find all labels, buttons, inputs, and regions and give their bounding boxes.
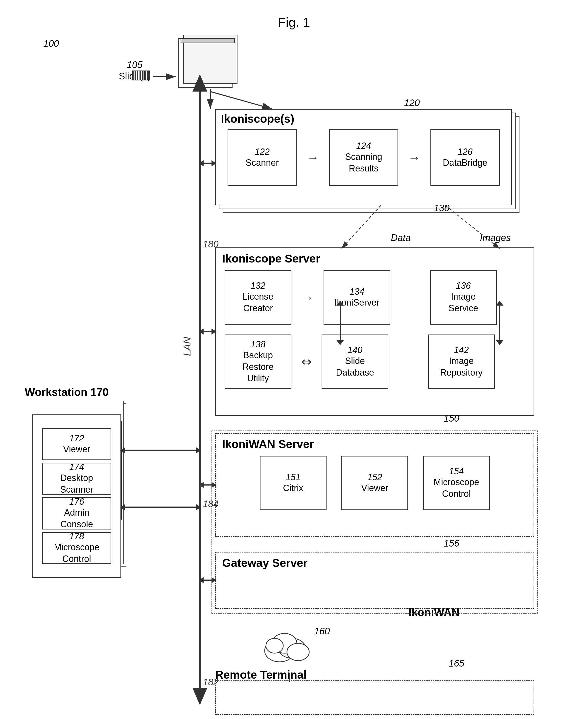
scanner-box: 122 Scanner (228, 129, 297, 186)
svg-marker-26 (198, 329, 204, 334)
svg-rect-2 (138, 71, 140, 80)
slide-database-box: 140 SlideDatabase (321, 334, 388, 389)
license-creator-box: 132 LicenseCreator (225, 270, 291, 325)
diagram: Fig. 1 100 105Slide(s) 110Cassette(s) 12… (0, 0, 588, 719)
ref-100-label: 100 (43, 38, 59, 49)
svg-point-10 (266, 638, 283, 653)
ref-138-label: BackupRestoreUtility (243, 350, 274, 384)
barcode-stripes (132, 70, 150, 80)
svg-marker-32 (198, 577, 204, 583)
workstation-section: Workstation 170 172 Viewer 174 DesktopSc… (25, 386, 114, 566)
ref-124-label: ScanningResults (345, 151, 382, 174)
ref-134-num: 134 (350, 287, 364, 297)
ref-174-num: 174 (69, 462, 84, 472)
ikoniscope-server-title: Ikoniscope Server (222, 252, 320, 265)
image-service-box: 136 ImageService (430, 270, 497, 325)
ref-124-num: 124 (356, 141, 371, 151)
ref-176-num: 176 (69, 497, 84, 507)
ref-178-num: 178 (69, 531, 84, 541)
svg-marker-29 (198, 482, 204, 488)
scanning-results-box: 124 ScanningResults (329, 129, 398, 186)
svg-rect-4 (144, 71, 144, 80)
svg-rect-3 (141, 71, 142, 80)
ref-165-label: 165 (449, 658, 464, 669)
cassette-box-top (181, 38, 235, 43)
ref-142-num: 142 (454, 345, 469, 355)
svg-text:LAN: LAN (182, 337, 192, 356)
ws-viewer-box: 172 Viewer (42, 428, 111, 460)
svg-point-9 (287, 643, 309, 661)
arrow-124-126: → (408, 150, 421, 165)
ref-126-label: DataBridge (443, 157, 487, 169)
ikoniscope-box: Ikoniscope(s) 122 Scanner → 124 Scanning… (215, 109, 512, 205)
ikoniwan-border (211, 431, 538, 614)
svg-rect-0 (133, 71, 134, 80)
cloud-shape (260, 623, 314, 669)
ref-140-label: SlideDatabase (336, 355, 374, 378)
ref-160-label: 160 (314, 626, 330, 637)
ref-174-label: DesktopScanner (60, 472, 93, 496)
remote-terminal-box (215, 680, 534, 715)
arrow-138-140: ⇔ (301, 354, 312, 369)
image-repository-box: 142 ImageRepository (428, 334, 495, 389)
ref-178-label: MicroscopeControl (54, 541, 100, 565)
ref-134-label: IkoniServer (334, 297, 379, 309)
ref-150-label: 150 (444, 413, 459, 424)
svg-rect-1 (136, 71, 137, 80)
svg-rect-5 (146, 71, 147, 80)
ref-138-num: 138 (251, 339, 266, 350)
ref-172-label: Viewer (63, 444, 90, 455)
workstation-title: Workstation 170 (25, 386, 114, 398)
svg-line-48 (210, 91, 272, 109)
ikoniserver-box: 134 IkoniServer (323, 270, 390, 325)
remote-terminal-title: Remote Terminal (215, 668, 307, 681)
databridge-box: 126 DataBridge (430, 129, 500, 186)
ref-176-label: AdminConsole (60, 507, 93, 530)
images-label: Images (480, 232, 511, 243)
ref-122-num: 122 (255, 147, 270, 157)
ref-132-num: 132 (251, 281, 266, 291)
svg-marker-15 (192, 688, 207, 705)
ref-120-label: 120 (404, 98, 420, 108)
ws-microscope-control-box: 178 MicroscopeControl (42, 532, 111, 564)
workstation-main: 172 Viewer 174 DesktopScanner 176 AdminC… (32, 414, 121, 578)
ikoniscope-title: Ikoniscope(s) (221, 112, 294, 125)
arrow-122-124: → (307, 150, 319, 165)
ref-136-label: ImageService (448, 291, 478, 314)
arrow-132-134: → (301, 290, 314, 305)
svg-marker-23 (198, 160, 204, 166)
ref-136-num: 136 (456, 281, 471, 291)
ref-142-label: ImageRepository (440, 355, 483, 378)
svg-marker-37 (196, 504, 201, 510)
backup-restore-box: 138 BackupRestoreUtility (225, 334, 291, 389)
ref-126-num: 126 (458, 147, 472, 157)
ref-122-label: Scanner (246, 157, 279, 169)
ref-140-num: 140 (348, 345, 362, 355)
ref-132-label: LicenseCreator (243, 291, 273, 314)
ref-172-num: 172 (69, 433, 84, 444)
ws-admin-console-box: 176 AdminConsole (42, 497, 111, 530)
figure-title: Fig. 1 (278, 15, 310, 30)
data-label: Data (391, 232, 411, 243)
ws-desktop-scanner-box: 174 DesktopScanner (42, 463, 111, 495)
ref-130-label: 130 (434, 203, 449, 213)
ikoniscope-server-box: Ikoniscope Server 132 LicenseCreator → 1… (215, 247, 534, 416)
svg-marker-34 (196, 447, 201, 453)
